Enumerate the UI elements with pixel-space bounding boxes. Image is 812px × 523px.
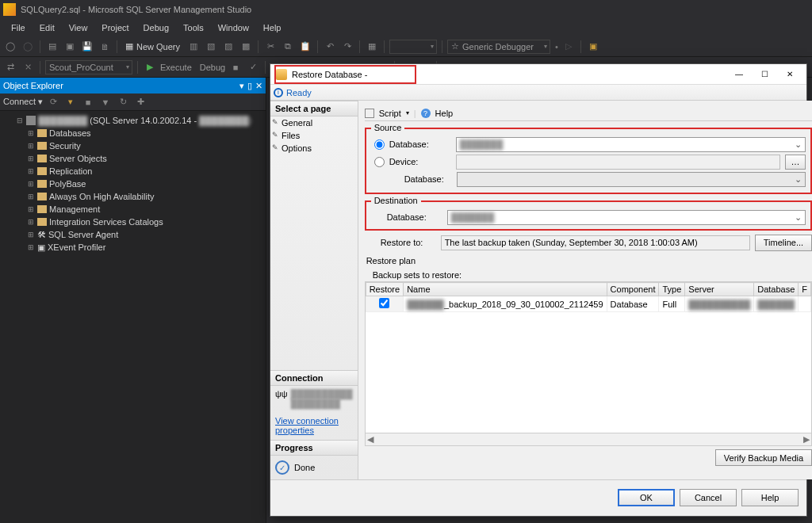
tree-replication[interactable]: ⊞Replication <box>2 165 264 178</box>
grid-row[interactable]: ██████_backup_2018_09_30_010002_2112459 … <box>366 296 810 312</box>
progress-header: Progress <box>270 440 358 456</box>
filter2-icon[interactable]: ▼ <box>98 95 113 109</box>
cancel-button[interactable]: Cancel <box>680 489 737 506</box>
save-all-icon[interactable]: 🗎 <box>98 40 112 54</box>
menu-file[interactable]: File <box>5 21 32 34</box>
destination-database-select[interactable]: ███████ <box>447 210 806 225</box>
menu-window[interactable]: Window <box>212 21 255 34</box>
script-button[interactable]: Script <box>379 109 401 118</box>
folder-icon <box>37 155 47 162</box>
tb-end-icon[interactable]: ▣ <box>586 40 600 54</box>
view-connection-link[interactable]: View connection properties <box>270 411 358 440</box>
tree-polybase[interactable]: ⊞PolyBase <box>2 178 264 190</box>
database-combo[interactable]: Scout_ProCount <box>45 60 132 74</box>
source-database-select[interactable]: ███████ <box>456 137 806 152</box>
explorer-tree[interactable]: ⊟ ████████ (SQL Server 14.0.2002.14 - ██… <box>0 111 266 257</box>
folder-icon <box>37 218 47 226</box>
refresh-icon[interactable]: ⟳ <box>46 95 60 109</box>
col-type[interactable]: Type <box>659 283 685 296</box>
tb-misc-icon[interactable]: ▦ <box>365 40 379 54</box>
dialog-footer: OK Cancel Help <box>270 479 806 514</box>
col-more[interactable]: F <box>799 283 811 296</box>
script-dropdown-icon[interactable]: ▾ <box>406 109 409 116</box>
page-files[interactable]: Files <box>270 129 358 142</box>
restore-checkbox[interactable] <box>379 298 389 308</box>
pin-icon[interactable]: ▯ <box>247 81 252 91</box>
new-query-button[interactable]: ▦ New Query <box>122 41 183 52</box>
copy-icon[interactable]: ⧉ <box>281 40 295 54</box>
menu-project[interactable]: Project <box>95 21 135 34</box>
source-database-radio[interactable] <box>374 139 385 150</box>
folder-icon <box>37 180 47 188</box>
stop-icon[interactable]: ■ <box>228 60 243 74</box>
ok-button[interactable]: OK <box>618 489 675 506</box>
sync-icon[interactable]: ↻ <box>116 95 130 109</box>
debug-button[interactable]: Debug <box>200 63 225 72</box>
connect-button[interactable]: Connect ▾ <box>3 97 43 107</box>
timeline-button[interactable]: Timeline... <box>755 235 812 251</box>
tree-security[interactable]: ⊞Security <box>2 139 264 152</box>
verify-backup-button[interactable]: Verify Backup Media <box>715 449 812 466</box>
menu-edit[interactable]: Edit <box>33 21 61 34</box>
menu-tools[interactable]: Tools <box>177 21 210 34</box>
tree-alwayson[interactable]: ⊞Always On High Availability <box>2 190 264 203</box>
help-button[interactable]: Help <box>741 489 799 506</box>
tb-icon-1[interactable]: ▥ <box>186 40 201 54</box>
tree-management[interactable]: ⊞Management <box>2 203 264 216</box>
nav-back-icon[interactable]: ◯ <box>3 40 17 54</box>
debugger-combo[interactable]: ☆ Generic Debugger <box>447 40 550 54</box>
minimize-button[interactable]: — <box>727 67 751 82</box>
tb-icon-2[interactable]: ▧ <box>204 40 218 54</box>
execute-icon[interactable]: ▶ <box>143 60 157 74</box>
connection-icon[interactable]: ⇄ <box>3 60 17 74</box>
maximize-button[interactable]: ☐ <box>753 67 776 82</box>
save-icon[interactable]: 💾 <box>80 40 94 54</box>
new-project-icon[interactable]: ▤ <box>45 40 59 54</box>
tree-agent[interactable]: ⊞🛠SQL Server Agent <box>2 228 264 241</box>
source-group: Source Database: ███████ Device: … Datab… <box>365 128 812 194</box>
page-options[interactable]: Options <box>270 142 358 155</box>
close-button[interactable]: ✕ <box>778 67 802 82</box>
app-icon <box>3 3 16 16</box>
add-icon[interactable]: ✚ <box>133 95 147 109</box>
stop-filter-icon[interactable]: ■ <box>81 95 95 109</box>
cut-icon[interactable]: ✂ <box>263 40 278 54</box>
col-server[interactable]: Server <box>685 283 754 296</box>
col-database[interactable]: Database <box>754 283 799 296</box>
progress-done-icon: ✓ <box>275 460 289 475</box>
col-component[interactable]: Component <box>607 283 659 296</box>
tb-icon-3[interactable]: ▨ <box>221 40 236 54</box>
zoom-combo[interactable] <box>389 40 437 54</box>
undo-icon[interactable]: ↶ <box>323 40 337 54</box>
tree-databases[interactable]: ⊞Databases <box>2 127 264 139</box>
dropdown-icon[interactable]: ▾ <box>239 81 244 91</box>
grid-scrollbar[interactable]: ◀▶ <box>365 433 812 446</box>
dialog-titlebar[interactable]: Restore Database - — ☐ ✕ <box>270 64 806 85</box>
disconnect-icon[interactable]: ⤬ <box>21 60 35 74</box>
backup-sets-grid[interactable]: Restore Name Component Type Server Datab… <box>365 281 812 433</box>
source-device-radio[interactable] <box>374 157 385 167</box>
parse-icon[interactable]: ✓ <box>246 60 260 74</box>
col-name[interactable]: Name <box>404 283 607 296</box>
execute-button[interactable]: Execute <box>160 63 192 72</box>
menu-help[interactable]: Help <box>257 21 288 34</box>
ready-icon: i <box>274 88 283 97</box>
close-icon[interactable]: ✕ <box>255 81 262 91</box>
col-restore[interactable]: Restore <box>366 283 404 296</box>
profiler-icon: ▣ <box>37 242 45 253</box>
help-link[interactable]: Help <box>435 109 454 118</box>
server-icon <box>26 116 36 125</box>
browse-device-button[interactable]: … <box>785 155 806 170</box>
menu-debug[interactable]: Debug <box>137 21 175 34</box>
redo-icon[interactable]: ↷ <box>340 40 354 54</box>
menu-view[interactable]: View <box>63 21 94 34</box>
tree-integration[interactable]: ⊞Integration Services Catalogs <box>2 216 264 228</box>
page-general[interactable]: General <box>270 116 358 129</box>
tree-xevent[interactable]: ⊞▣XEvent Profiler <box>2 241 264 254</box>
tree-server-objects[interactable]: ⊞Server Objects <box>2 152 264 165</box>
filter-icon[interactable]: ▾ <box>63 95 78 109</box>
tb-icon-4[interactable]: ▩ <box>239 40 253 54</box>
server-node[interactable]: ⊟ ████████ (SQL Server 14.0.2002.14 - ██… <box>2 114 264 127</box>
paste-icon[interactable]: 📋 <box>298 40 312 54</box>
open-icon[interactable]: ▣ <box>63 40 77 54</box>
